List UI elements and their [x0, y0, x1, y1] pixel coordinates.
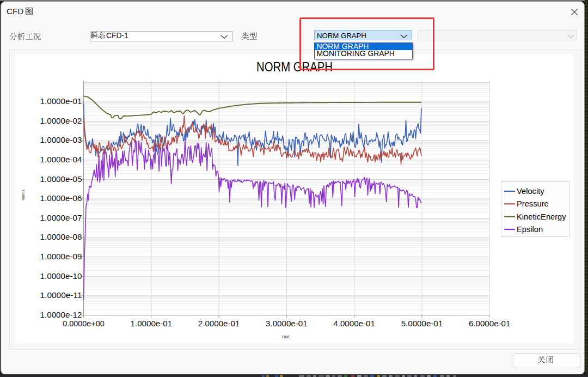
- svg-text:5.0000e-01: 5.0000e-01: [401, 319, 443, 328]
- svg-text:4.0000e-01: 4.0000e-01: [333, 319, 375, 328]
- svg-text:1.0000e-02: 1.0000e-02: [40, 116, 82, 125]
- svg-text:1.0000e-11: 1.0000e-11: [40, 290, 82, 300]
- svg-text:1.0000e-12: 1.0000e-12: [40, 310, 82, 319]
- svg-text:KineticEnergy: KineticEnergy: [517, 212, 566, 221]
- svg-text:Velocity: Velocity: [517, 187, 544, 196]
- svg-text:1.0000e-07: 1.0000e-07: [40, 213, 82, 222]
- svg-text:1.0000e-01: 1.0000e-01: [40, 96, 82, 106]
- svg-text:1.0000e-01: 1.0000e-01: [131, 319, 173, 328]
- svg-text:Epsilon: Epsilon: [517, 225, 543, 234]
- svg-text:0.0000e+00: 0.0000e+00: [63, 319, 105, 328]
- svg-text:3.0000e-01: 3.0000e-01: [266, 319, 308, 328]
- svg-text:1.0000e-06: 1.0000e-06: [40, 193, 82, 203]
- svg-text:1.0000e-09: 1.0000e-09: [40, 252, 82, 261]
- svg-text:1.0000e-10: 1.0000e-10: [40, 271, 82, 281]
- svg-text:1.0000e-04: 1.0000e-04: [40, 155, 82, 164]
- svg-text:1.0000e-05: 1.0000e-05: [40, 174, 82, 184]
- svg-text:1.0000e-08: 1.0000e-08: [40, 232, 82, 241]
- svg-text:Pressure: Pressure: [517, 199, 549, 208]
- svg-text:TIME: TIME: [281, 335, 290, 339]
- svg-text:Norms: Norms: [21, 190, 25, 200]
- svg-text:6.0000e-01: 6.0000e-01: [469, 319, 511, 328]
- svg-text:1.0000e-03: 1.0000e-03: [40, 135, 82, 144]
- svg-text:2.0000e-01: 2.0000e-01: [198, 319, 240, 328]
